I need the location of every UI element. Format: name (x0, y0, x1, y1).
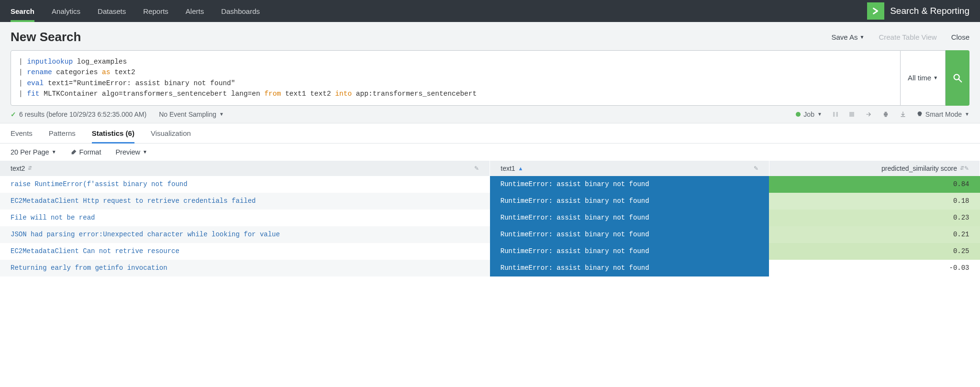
score-fill (769, 193, 980, 210)
time-range-picker[interactable]: All time ▼ (901, 50, 946, 106)
caret-down-icon: ▼ (817, 111, 822, 117)
table-row: JSON had parsing error:Unexpected charac… (0, 226, 980, 243)
save-as-label: Save As (832, 33, 858, 41)
cell-score[interactable]: -0.03 (769, 260, 980, 276)
print-icon (882, 111, 889, 118)
column-header-text1[interactable]: text1▲✎ (490, 161, 769, 176)
svg-rect-2 (833, 112, 835, 117)
page-actions: Save As ▼ Create Table View Close (832, 33, 970, 41)
export-button[interactable] (900, 111, 906, 118)
cell-text2[interactable]: raise RuntimeError(f'assist binary not f… (0, 176, 490, 193)
nav-link-search[interactable]: Search (11, 0, 34, 22)
preview-label: Preview (115, 148, 140, 156)
cell-text1[interactable]: RuntimeError: assist binary not found (490, 260, 769, 276)
format-label: Format (79, 148, 101, 156)
job-label: Job (803, 111, 814, 118)
cell-score[interactable]: 0.84 (769, 176, 980, 193)
run-search-button[interactable] (946, 50, 969, 106)
nav-link-datasets[interactable]: Datasets (98, 0, 126, 22)
stop-button[interactable] (849, 111, 855, 117)
tab-events[interactable]: Events (11, 123, 33, 143)
job-status-icon (796, 112, 801, 117)
cell-score[interactable]: 0.21 (769, 226, 980, 243)
print-button[interactable] (882, 111, 889, 118)
column-label: text2 (11, 165, 25, 172)
result-tabs: EventsPatternsStatistics (6)Visualizatio… (0, 123, 980, 144)
score-fill (769, 226, 980, 243)
cell-score[interactable]: 0.25 (769, 243, 980, 260)
cell-text1[interactable]: RuntimeError: assist binary not found (490, 226, 769, 243)
nav-link-analytics[interactable]: Analytics (52, 0, 80, 22)
edit-column-icon[interactable]: ✎ (964, 165, 969, 172)
score-fill (769, 176, 980, 193)
pause-button[interactable] (833, 111, 838, 117)
format-button[interactable]: Format (71, 148, 101, 156)
cell-text1[interactable]: RuntimeError: assist binary not found (490, 210, 769, 226)
table-toolbar: 20 Per Page ▼ Format Preview ▼ (0, 144, 980, 161)
tab-visualization[interactable]: Visualization (151, 123, 191, 143)
score-value: 0.21 (953, 231, 969, 238)
cell-text1[interactable]: RuntimeError: assist binary not found (490, 193, 769, 210)
close-button[interactable]: Close (951, 33, 969, 41)
bulb-icon (917, 111, 923, 118)
share-icon (865, 111, 872, 118)
save-as-button[interactable]: Save As ▼ (832, 33, 865, 41)
tab-statistics-6-[interactable]: Statistics (6) (92, 123, 134, 143)
table-row: EC2MetadataClient Http request to retrie… (0, 193, 980, 210)
brush-icon (71, 149, 77, 155)
pause-icon (833, 111, 838, 117)
cell-text2[interactable]: EC2MetadataClient Can not retrive resour… (0, 243, 490, 260)
results-text: 6 results (before 10/29/23 6:52:35.000 A… (19, 111, 146, 118)
column-label: predicted_similarity score (881, 165, 957, 172)
event-sampling-picker[interactable]: No Event Sampling ▼ (159, 111, 224, 118)
score-value: 0.23 (953, 214, 969, 221)
caret-down-icon: ▼ (143, 149, 147, 155)
caret-down-icon: ▼ (219, 111, 224, 117)
cell-text2[interactable]: Returning early from getinfo invocation (0, 260, 490, 276)
svg-line-1 (959, 79, 962, 82)
cell-score[interactable]: 0.18 (769, 193, 980, 210)
column-header-text2[interactable]: text2⇵✎ (0, 161, 490, 176)
nav-link-dashboards[interactable]: Dashboards (221, 0, 260, 22)
column-label: text1 (501, 165, 515, 172)
score-fill (769, 243, 980, 260)
create-table-view-button[interactable]: Create Table View (879, 33, 936, 41)
app-brand: Search & Reporting (867, 2, 969, 20)
edit-column-icon[interactable]: ✎ (474, 165, 479, 172)
score-value: -0.03 (949, 264, 969, 272)
caret-down-icon: ▼ (52, 149, 56, 155)
score-value: 0.25 (953, 247, 969, 255)
cell-text2[interactable]: JSON had parsing error:Unexpected charac… (0, 226, 490, 243)
page-title: New Search (11, 30, 81, 44)
tab-patterns[interactable]: Patterns (49, 123, 76, 143)
search-mode-picker[interactable]: Smart Mode ▼ (917, 111, 969, 118)
cell-text1[interactable]: RuntimeError: assist binary not found (490, 176, 769, 193)
sort-icon: ⇵ (28, 165, 32, 171)
nav-link-alerts[interactable]: Alerts (186, 0, 204, 22)
per-page-label: 20 Per Page (11, 148, 49, 156)
table-row: raise RuntimeError(f'assist binary not f… (0, 176, 980, 193)
cell-text1[interactable]: RuntimeError: assist binary not found (490, 243, 769, 260)
search-input[interactable]: | inputlookup log_examples | rename cate… (11, 50, 901, 106)
cell-text2[interactable]: EC2MetadataClient Http request to retrie… (0, 193, 490, 210)
caret-down-icon: ▼ (965, 111, 969, 117)
share-button[interactable] (865, 111, 872, 118)
nav-link-reports[interactable]: Reports (143, 0, 168, 22)
app-title: Search & Reporting (890, 6, 969, 16)
cell-text2[interactable]: File will not be read (0, 210, 490, 226)
download-icon (900, 111, 906, 118)
column-header-score[interactable]: predicted_similarity score⇵✎ (769, 161, 980, 176)
preview-picker[interactable]: Preview ▼ (115, 148, 147, 156)
svg-rect-6 (885, 112, 887, 113)
sort-icon: ⇵ (960, 165, 964, 171)
job-menu[interactable]: Job ▼ (796, 111, 822, 118)
svg-rect-3 (836, 112, 838, 117)
cell-score[interactable]: 0.23 (769, 210, 980, 226)
per-page-picker[interactable]: 20 Per Page ▼ (11, 148, 56, 156)
search-row: | inputlookup log_examples | rename cate… (0, 50, 980, 106)
sort-asc-icon: ▲ (518, 166, 523, 171)
edit-column-icon[interactable]: ✎ (754, 165, 758, 172)
results-status: ✓ 6 results (before 10/29/23 6:52:35.000… (11, 111, 146, 118)
score-value: 0.18 (953, 197, 969, 205)
score-value: 0.84 (953, 180, 969, 188)
